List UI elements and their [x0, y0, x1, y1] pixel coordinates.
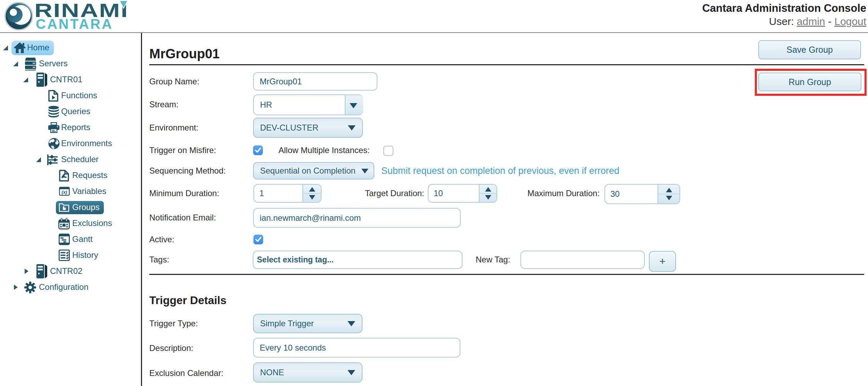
svg-text:(x): (x)	[62, 190, 67, 195]
